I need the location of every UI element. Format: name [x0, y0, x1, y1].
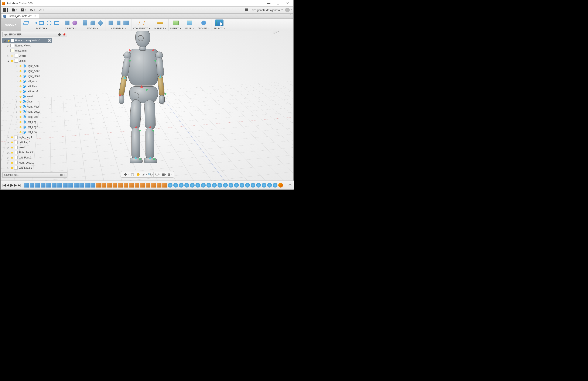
ribbon-insert-label[interactable]: INSERT▼ [170, 27, 181, 30]
scripts-addins-button[interactable] [200, 19, 207, 26]
window-close-button[interactable]: ✕ [283, 0, 292, 7]
tree-joint-item[interactable]: ▷Head [2, 94, 67, 99]
tree-joint-item[interactable]: ▷Left_Arm2 [2, 89, 67, 94]
pan-button[interactable]: ✋ [135, 172, 140, 177]
timeline-op[interactable] [223, 183, 228, 188]
tree-joint-item[interactable]: ▷Left_Leg [2, 119, 67, 125]
timeline-op[interactable] [129, 183, 134, 188]
part-left-shin[interactable] [131, 128, 140, 159]
part-right-hand[interactable] [159, 95, 165, 104]
sketch-rect-center-button[interactable] [53, 19, 60, 26]
tree-component-item[interactable]: ▷Right_Leg2:1 [2, 160, 67, 165]
tree-component-item[interactable]: ▷Left_Leg2:1 [2, 165, 67, 170]
tree-component-item[interactable]: ▷Left_Leg:1 [2, 140, 67, 145]
timeline-op[interactable] [229, 183, 233, 188]
display-settings-button[interactable]: 🖵 [153, 172, 159, 177]
ribbon-create-label[interactable]: CREATE▼ [65, 27, 77, 30]
ribbon-addins-label[interactable]: ADD-INS▼ [198, 27, 210, 30]
redo-button[interactable]: ▼ [38, 7, 45, 13]
new-component-button[interactable] [107, 19, 114, 26]
tree-named-views[interactable]: ▷Named Views [2, 43, 67, 48]
part-head[interactable] [135, 31, 150, 47]
select-button[interactable] [215, 19, 224, 26]
construct-plane-button[interactable] [138, 19, 145, 26]
comments-panel-header[interactable]: COMMENTS + [2, 172, 67, 178]
timeline-end-button[interactable]: ▶| [18, 183, 21, 187]
tree-joint-item[interactable]: ▷Right_Arm [2, 63, 67, 69]
ribbon-inspect-label[interactable]: INSPECT▼ [154, 27, 167, 30]
timeline-op[interactable] [63, 183, 67, 188]
tree-origin[interactable]: ▷Origin [2, 53, 67, 58]
timeline-op[interactable] [168, 183, 172, 188]
tree-joint-item[interactable]: ▷Left_Arm [2, 79, 67, 84]
as-built-joint-button[interactable] [123, 19, 129, 26]
viewcube-back-face[interactable]: BACK [273, 31, 279, 35]
timeline-op[interactable] [68, 183, 73, 188]
ribbon-make-label[interactable]: MAKE▼ [185, 27, 194, 30]
timeline-op[interactable] [234, 183, 239, 188]
ribbon-sketch-label[interactable]: SKETCH▼ [36, 27, 48, 30]
record-icon[interactable] [48, 39, 51, 42]
model-human-figure[interactable] [116, 31, 171, 164]
ribbon-construct-label[interactable]: CONSTRUCT▼ [133, 27, 150, 30]
timeline-op[interactable] [162, 183, 167, 188]
job-status-icon[interactable] [243, 7, 251, 13]
timeline-op[interactable] [184, 183, 189, 188]
timeline-op[interactable] [245, 183, 250, 188]
part-right-forearm[interactable] [157, 76, 165, 97]
user-menu[interactable]: designneta designneta▼ [252, 8, 283, 12]
timeline-op[interactable] [118, 183, 123, 188]
sketch-circle-button[interactable] [46, 19, 52, 26]
tree-joint-item[interactable]: ▷Right_Leg2 [2, 109, 67, 114]
timeline-op[interactable] [173, 183, 178, 188]
document-tab[interactable]: Human_de...neta v2* ✕ [2, 13, 39, 19]
tree-joint-item[interactable]: ▷Left_Foot [2, 130, 67, 135]
tree-component-item[interactable]: ▷Right_Foot:1 [2, 150, 67, 155]
tree-component-item[interactable]: ▷Left_Foot:1 [2, 155, 67, 160]
save-button[interactable]: ▼ [20, 7, 27, 13]
browser-filter-icon[interactable] [58, 33, 61, 36]
ribbon-select-label[interactable]: SELECT▼ [213, 27, 225, 30]
timeline-op[interactable] [256, 183, 261, 188]
joint-button[interactable] [115, 19, 122, 26]
sketch-line-button[interactable] [30, 19, 37, 26]
timeline-op[interactable] [262, 183, 266, 188]
timeline-op[interactable] [41, 183, 45, 188]
browser-pin-icon[interactable]: 📌 [62, 33, 66, 36]
timeline-op[interactable] [52, 183, 57, 188]
part-left-thigh[interactable] [129, 100, 142, 130]
app-grid-button[interactable] [2, 7, 10, 13]
timeline-op[interactable] [240, 183, 244, 188]
fillet-button[interactable] [89, 19, 96, 26]
timeline-op[interactable] [267, 183, 272, 188]
timeline-op[interactable] [80, 183, 84, 188]
orbit-button[interactable]: ✥ [123, 172, 128, 177]
undo-button[interactable]: ▼ [29, 7, 36, 13]
timeline-op[interactable] [113, 183, 117, 188]
timeline-op[interactable] [146, 183, 150, 188]
timeline-op[interactable] [217, 183, 222, 188]
comments-add-icon[interactable]: + [64, 173, 65, 176]
ribbon-modify-label[interactable]: MODIFY▼ [87, 27, 99, 30]
timeline-op[interactable] [107, 183, 112, 188]
tree-units[interactable]: Units: mm [2, 48, 67, 53]
tree-joint-item[interactable]: ▷Chest [2, 99, 67, 104]
make-3dprint-button[interactable] [186, 19, 193, 26]
timeline-op[interactable] [30, 183, 34, 188]
measure-button[interactable] [157, 19, 164, 26]
help-button[interactable]: ? [285, 8, 290, 12]
tree-joint-item[interactable]: ▷Left_Hand [2, 84, 67, 89]
timeline-op[interactable] [212, 183, 217, 188]
shell-button[interactable] [97, 19, 104, 26]
timeline-op[interactable] [24, 183, 29, 188]
timeline-next-button[interactable]: ▶ [14, 183, 17, 187]
part-left-hand[interactable] [119, 95, 124, 104]
timeline-operations[interactable] [23, 183, 286, 188]
grid-settings-button[interactable]: ▦ [160, 172, 165, 177]
timeline-op[interactable] [151, 183, 156, 188]
expand-tabs-icon[interactable]: ⌃ [290, 14, 292, 17]
tree-joint-item[interactable]: ▷Right_Leg [2, 114, 67, 119]
timeline-op[interactable] [157, 183, 161, 188]
timeline-play-button[interactable]: |▶ [10, 183, 13, 187]
view-cube[interactable]: BACK LEFT [274, 31, 289, 34]
